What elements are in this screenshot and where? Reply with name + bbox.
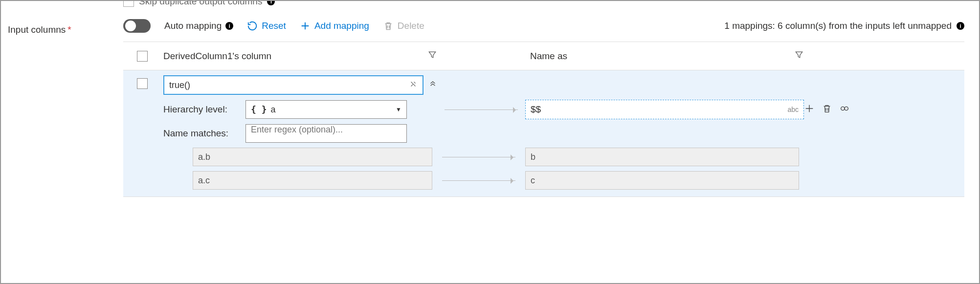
mapping-status: 1 mappings: 6 column(s) from the inputs … [724, 21, 964, 31]
delete-button: Delete [383, 21, 424, 31]
name-matches-input[interactable]: Enter regex (optional)... [245, 124, 407, 143]
reset-icon [247, 21, 258, 31]
auto-mapping-toggle[interactable] [123, 19, 151, 33]
mapping-source: a.c [193, 171, 432, 190]
mapping-target: c [525, 171, 799, 190]
info-icon[interactable]: i [225, 22, 233, 30]
row-checkbox[interactable] [137, 78, 148, 89]
toolbar: Auto mapping i Reset Add mapping Delete … [123, 15, 964, 42]
info-icon[interactable]: i [267, 0, 275, 5]
trash-icon [383, 21, 394, 31]
name-matches-label: Name matches: [163, 128, 241, 139]
reset-button[interactable]: Reset [247, 21, 286, 31]
name-as-input[interactable]: $$ abc [525, 100, 804, 119]
skip-duplicate-row: Skip duplicate output columns i [123, 0, 275, 7]
chevron-down-icon: ▼ [396, 106, 401, 113]
add-mapping-button[interactable]: Add mapping [300, 21, 369, 31]
mapping-arrow [437, 109, 525, 110]
skip-duplicate-checkbox[interactable] [123, 0, 134, 7]
collapse-icon[interactable] [428, 80, 437, 90]
hierarchy-level-label: Hierarchy level: [163, 104, 241, 115]
expression-editor-icon[interactable] [409, 80, 418, 91]
plus-icon [300, 21, 311, 31]
mapping-source: a.b [193, 148, 432, 166]
header-source-column: DerivedColumn1's column [163, 51, 271, 62]
hierarchy-level-select[interactable]: { }a ▼ [245, 100, 407, 119]
link-action-icon[interactable] [839, 103, 850, 116]
mapping-arrow [432, 157, 525, 157]
filter-icon[interactable] [427, 50, 437, 62]
select-all-checkbox[interactable] [137, 51, 148, 62]
rule-row: true() Hierarchy level: { [123, 70, 964, 197]
hierarchy-level-row: Hierarchy level: { }a ▼ [163, 100, 437, 119]
delete-action-icon[interactable] [822, 103, 832, 116]
name-matches-row: Name matches: Enter regex (optional)... [163, 124, 437, 143]
svg-point-1 [845, 107, 848, 110]
filter-icon[interactable] [794, 50, 804, 62]
type-badge: abc [787, 106, 799, 113]
rule-expression-input[interactable]: true() [163, 75, 423, 95]
input-columns-label: Input columns* [1, 15, 123, 283]
svg-point-0 [841, 107, 845, 110]
header-name-as: Name as [530, 51, 567, 62]
auto-mapping-label: Auto mapping i [164, 21, 233, 31]
mapping-target: b [525, 148, 799, 166]
info-icon[interactable]: i [957, 22, 964, 30]
mapping-arrow [432, 180, 525, 181]
skip-duplicate-label: Skip duplicate output columns [139, 0, 262, 7]
table-header: DerivedColumn1's column Name as [123, 42, 964, 70]
add-action-icon[interactable] [804, 103, 815, 116]
